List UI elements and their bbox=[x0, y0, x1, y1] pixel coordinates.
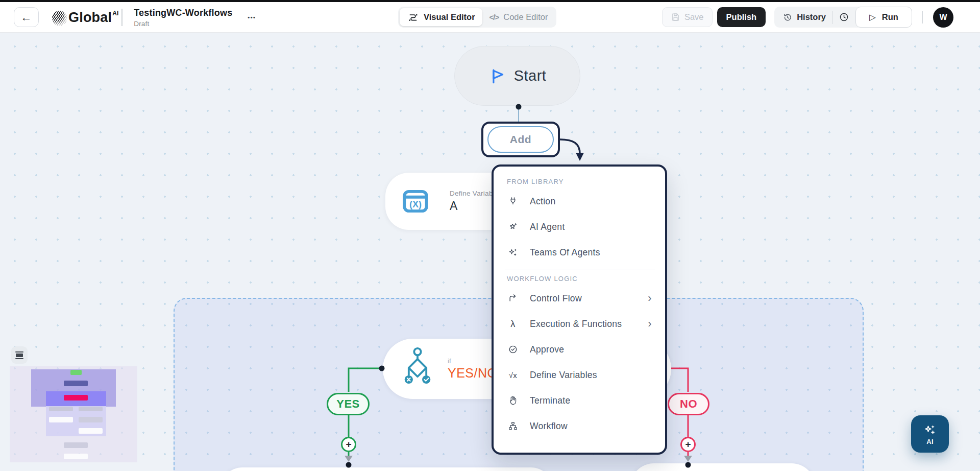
page-title: TestingWC-Workflows bbox=[134, 7, 232, 18]
run-label: Run bbox=[882, 12, 898, 22]
canvas-align-button[interactable] bbox=[11, 346, 28, 364]
menu-item-label: Terminate bbox=[530, 395, 571, 406]
clock-icon bbox=[839, 12, 849, 22]
menu-item-control-flow[interactable]: Control Flow › bbox=[505, 286, 655, 311]
menu-item-execution-functions[interactable]: λ Execution & Functions › bbox=[505, 311, 655, 337]
minimap-node bbox=[70, 370, 82, 375]
flag-icon bbox=[488, 67, 506, 85]
more-options-icon[interactable]: ••• bbox=[248, 14, 256, 20]
ai-fab-label: AI bbox=[926, 438, 934, 445]
menu-item-label: Teams Of Agents bbox=[530, 247, 600, 258]
minimap-node bbox=[79, 407, 103, 411]
decision-node-texts: if YES/NO bbox=[448, 357, 497, 381]
menu-item-terminate[interactable]: Terminate bbox=[505, 388, 655, 413]
minimap-node bbox=[79, 428, 103, 434]
add-step-no-button[interactable]: + bbox=[680, 437, 696, 452]
browser-top-strip bbox=[0, 0, 980, 2]
brand-logo: Global AI bbox=[52, 9, 118, 26]
decision-kind: if bbox=[448, 357, 497, 365]
brand-superscript: AI bbox=[112, 10, 118, 17]
user-avatar[interactable]: W bbox=[933, 7, 953, 28]
hand-icon bbox=[507, 395, 519, 406]
yes-branch-pill[interactable]: YES bbox=[327, 393, 370, 415]
run-button[interactable]: ▷ Run bbox=[855, 7, 912, 28]
add-step-yes-button[interactable]: + bbox=[341, 437, 356, 452]
add-button[interactable]: Add bbox=[487, 126, 554, 153]
menu-item-approve[interactable]: Approve bbox=[505, 337, 655, 362]
route-icon bbox=[407, 12, 419, 22]
menu-item-action[interactable]: Action bbox=[505, 189, 655, 214]
history-button[interactable]: History bbox=[776, 12, 832, 22]
header-left-group: ← Global AI TestingWC-Workflows Draft ••… bbox=[0, 7, 256, 28]
align-center-icon bbox=[16, 354, 23, 357]
workflow-title-block: TestingWC-Workflows Draft bbox=[134, 7, 232, 28]
code-brackets-icon: </> bbox=[489, 13, 499, 21]
workflow-nodes-icon bbox=[507, 421, 519, 431]
decision-diamond-icon bbox=[402, 347, 433, 390]
save-button[interactable]: Save bbox=[662, 7, 713, 27]
publish-label: Publish bbox=[726, 12, 757, 22]
schedule-clock-button[interactable] bbox=[832, 12, 855, 22]
add-label: Add bbox=[510, 133, 531, 146]
yes-label: YES bbox=[336, 397, 360, 411]
no-branch-pill[interactable]: NO bbox=[668, 393, 709, 415]
editor-mode-toggle: Visual Editor </> Code Editor bbox=[398, 7, 556, 28]
approve-check-icon bbox=[507, 344, 519, 355]
minimap-node bbox=[49, 417, 73, 422]
control-flow-icon bbox=[507, 293, 519, 303]
menu-item-label: Approve bbox=[530, 344, 564, 355]
minimap-node bbox=[64, 454, 88, 459]
no-label: NO bbox=[680, 397, 697, 411]
add-node-menu: FROM LIBRARY Action AI Agent Teams Of Ag… bbox=[492, 164, 667, 455]
play-icon: ▷ bbox=[869, 12, 876, 22]
menu-item-label: AI Agent bbox=[530, 222, 565, 232]
menu-item-ai-agent[interactable]: AI Agent bbox=[505, 214, 655, 240]
brand-name: Global bbox=[68, 9, 112, 26]
canvas-minimap[interactable] bbox=[10, 366, 137, 462]
align-center-icon bbox=[15, 351, 23, 352]
history-icon bbox=[782, 12, 793, 22]
ai-sparkle-icon bbox=[922, 423, 938, 437]
start-node[interactable]: Start bbox=[454, 46, 580, 106]
menu-divider bbox=[505, 270, 655, 270]
workflow-canvas[interactable]: Start Add (X) Define Variables A if YE bbox=[0, 33, 980, 471]
menu-item-label: Action bbox=[530, 196, 555, 207]
align-center-icon bbox=[15, 358, 23, 359]
menu-section-header: FROM LIBRARY bbox=[507, 178, 655, 185]
publish-button[interactable]: Publish bbox=[717, 7, 766, 27]
plug-icon bbox=[507, 196, 519, 206]
add-node-selection: Add bbox=[481, 122, 560, 157]
history-run-group: History ▷ Run bbox=[774, 7, 912, 28]
header-divider bbox=[121, 9, 122, 26]
svg-text:(X): (X) bbox=[409, 199, 422, 209]
back-arrow-icon: ← bbox=[21, 11, 32, 24]
menu-item-label: Control Flow bbox=[530, 293, 582, 304]
minimap-node bbox=[49, 407, 73, 411]
save-label: Save bbox=[684, 12, 704, 22]
menu-item-define-variables[interactable]: √x Define Variables bbox=[505, 362, 655, 388]
sqrt-icon: √x bbox=[507, 371, 519, 380]
minimap-node bbox=[64, 442, 88, 448]
tab-visual-editor[interactable]: Visual Editor bbox=[400, 8, 482, 26]
chevron-right-icon: › bbox=[648, 319, 653, 329]
sparkles-icon bbox=[507, 247, 519, 257]
yes-target-node[interactable] bbox=[219, 467, 554, 471]
agent-star-icon bbox=[507, 222, 519, 232]
decision-node-label: YES/NO bbox=[448, 366, 497, 381]
globe-sphere-icon bbox=[52, 11, 67, 26]
menu-item-workflow[interactable]: Workflow bbox=[505, 413, 655, 439]
menu-item-label: Define Variables bbox=[530, 370, 597, 381]
minimap-node bbox=[79, 417, 103, 422]
lambda-icon: λ bbox=[507, 319, 519, 329]
define-variables-node-icon: (X) bbox=[400, 185, 431, 217]
menu-item-teams-of-agents[interactable]: Teams Of Agents bbox=[505, 240, 655, 265]
chevron-right-icon: › bbox=[648, 293, 653, 303]
draft-status: Draft bbox=[134, 20, 232, 28]
minimap-node bbox=[64, 395, 88, 401]
tab-code-editor[interactable]: </> Code Editor bbox=[482, 8, 555, 26]
back-button[interactable]: ← bbox=[14, 7, 39, 27]
ai-assistant-button[interactable]: AI bbox=[911, 415, 949, 453]
header-right-group: Save Publish History ▷ Run W bbox=[662, 7, 980, 28]
menu-section-header: WORKFLOW LOGIC bbox=[507, 275, 655, 282]
no-target-node[interactable] bbox=[630, 463, 815, 471]
